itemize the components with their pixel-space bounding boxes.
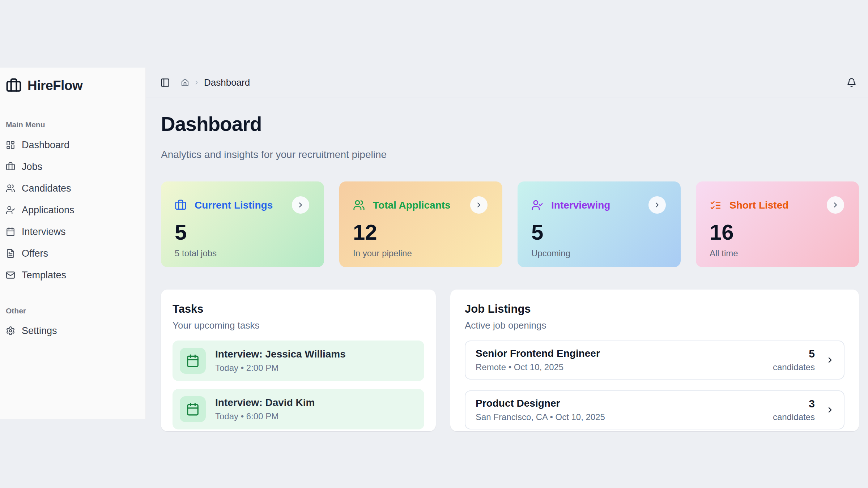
stat-caption: 5 total jobs: [175, 248, 311, 258]
briefcase-icon: [175, 199, 187, 211]
tasks-subtitle: Your upcoming tasks: [173, 320, 424, 331]
chevron-right-icon: [475, 201, 483, 209]
task-item[interactable]: Interview: David Kim Today • 6:00 PM: [173, 389, 424, 429]
sidebar-item-dashboard[interactable]: Dashboard: [5, 134, 140, 156]
app-name: HireFlow: [27, 78, 82, 93]
stat-card-short-listed[interactable]: Short Listed 16 All time: [696, 181, 859, 267]
users-icon: [6, 184, 15, 193]
stat-chevron-button[interactable]: [827, 196, 844, 214]
chevron-right-icon: [826, 406, 834, 414]
stat-card-interviewing[interactable]: Interviewing 5 Upcoming: [518, 181, 681, 267]
stat-card-current-listings[interactable]: Current Listings 5 5 total jobs: [161, 181, 324, 267]
tasks-title: Tasks: [173, 303, 424, 316]
stat-label: Total Applicants: [373, 200, 451, 211]
job-candidate-count-label: candidates: [773, 412, 815, 422]
calendar-icon: [186, 402, 200, 416]
sidebar: HireFlow Main Menu Dashboard Jobs Candid…: [0, 68, 146, 419]
sidebar-item-label: Offers: [22, 248, 48, 259]
sidebar-item-interviews[interactable]: Interviews: [5, 221, 140, 243]
page-title: Dashboard: [161, 112, 859, 136]
job-listings-title: Job Listings: [465, 303, 844, 316]
bottom-row: Tasks Your upcoming tasks Interview: Jes…: [161, 290, 859, 431]
stat-card-total-applicants[interactable]: Total Applicants 12 In your pipeline: [339, 181, 502, 267]
page-subtitle: Analytics and insights for your recruitm…: [161, 149, 859, 160]
list-checks-icon: [710, 199, 722, 211]
job-listings-card: Job Listings Active job openings Senior …: [450, 290, 859, 431]
task-title: Interview: David Kim: [215, 397, 315, 408]
sidebar-item-templates[interactable]: Templates: [5, 264, 140, 286]
calendar-icon: [186, 354, 200, 368]
mail-icon: [6, 270, 15, 280]
app-logo[interactable]: HireFlow: [5, 77, 140, 94]
gear-icon: [6, 326, 15, 335]
sidebar-item-label: Settings: [22, 325, 57, 337]
sidebar-item-label: Jobs: [22, 161, 42, 172]
task-time: Today • 6:00 PM: [215, 411, 315, 421]
sidebar-item-label: Candidates: [22, 183, 71, 194]
briefcase-icon: [6, 162, 15, 171]
chevron-right-icon: [826, 356, 834, 364]
briefcase-logo-icon: [6, 78, 22, 94]
sidebar-item-label: Dashboard: [22, 140, 69, 151]
task-item[interactable]: Interview: Jessica Williams Today • 2:00…: [173, 341, 424, 381]
sidebar-item-label: Applications: [22, 205, 75, 216]
sidebar-item-candidates[interactable]: Candidates: [5, 177, 140, 199]
user-check-icon: [6, 205, 15, 215]
sidebar-toggle-button[interactable]: [160, 78, 170, 87]
sidebar-item-offers[interactable]: Offers: [5, 243, 140, 264]
chevron-right-icon: [297, 201, 305, 209]
stat-chevron-button[interactable]: [292, 196, 309, 214]
breadcrumb-home-button[interactable]: [181, 78, 189, 87]
stat-caption: In your pipeline: [353, 248, 489, 258]
file-text-icon: [6, 249, 15, 258]
stat-caption: All time: [710, 248, 846, 258]
sidebar-section-label-main-menu: Main Menu: [6, 120, 140, 129]
sidebar-item-jobs[interactable]: Jobs: [5, 156, 140, 177]
breadcrumb-current: Dashboard: [204, 77, 250, 88]
job-title: Senior Frontend Engineer: [476, 348, 773, 359]
chevron-right-icon: [193, 80, 200, 86]
stat-value: 5: [531, 220, 668, 245]
main-content: Dashboard Analytics and insights for you…: [161, 98, 859, 431]
job-row[interactable]: Product Designer San Francisco, CA • Oct…: [465, 390, 844, 429]
tasks-card: Tasks Your upcoming tasks Interview: Jes…: [161, 290, 436, 431]
task-icon-chip: [180, 348, 206, 374]
panel-left-icon: [160, 78, 170, 87]
chevron-right-icon: [653, 201, 661, 209]
user-check-icon: [531, 199, 543, 211]
home-icon: [181, 78, 189, 87]
task-icon-chip: [180, 396, 206, 422]
layout-dashboard-icon: [6, 140, 15, 150]
stat-value: 16: [710, 220, 846, 245]
stat-chevron-button[interactable]: [648, 196, 666, 214]
job-title: Product Designer: [476, 398, 773, 409]
sidebar-item-label: Templates: [22, 270, 66, 281]
users-icon: [353, 199, 365, 211]
stat-label: Short Listed: [729, 200, 788, 211]
stat-value: 12: [353, 220, 489, 245]
bell-icon: [847, 78, 856, 87]
job-listings-subtitle: Active job openings: [465, 320, 844, 331]
job-candidate-count: 5: [773, 348, 815, 360]
sidebar-item-label: Interviews: [22, 226, 66, 237]
job-candidate-count: 3: [773, 398, 815, 410]
stat-label: Current Listings: [195, 200, 273, 211]
stats-row: Current Listings 5 5 total jobs Total Ap…: [161, 181, 859, 267]
calendar-icon: [6, 227, 15, 236]
notifications-button[interactable]: [847, 78, 856, 87]
stat-value: 5: [175, 220, 311, 245]
stat-caption: Upcoming: [531, 248, 668, 258]
job-candidate-count-label: candidates: [773, 362, 815, 372]
job-row[interactable]: Senior Frontend Engineer Remote • Oct 10…: [465, 341, 844, 380]
task-time: Today • 2:00 PM: [215, 363, 346, 373]
sidebar-item-applications[interactable]: Applications: [5, 199, 140, 221]
task-title: Interview: Jessica Williams: [215, 348, 346, 360]
job-meta: San Francisco, CA • Oct 10, 2025: [476, 412, 773, 422]
sidebar-section-label-other: Other: [6, 307, 140, 315]
sidebar-item-settings[interactable]: Settings: [5, 320, 140, 342]
stat-chevron-button[interactable]: [470, 196, 488, 214]
job-meta: Remote • Oct 10, 2025: [476, 362, 773, 372]
stat-label: Interviewing: [551, 200, 610, 211]
topbar: Dashboard: [146, 68, 868, 98]
chevron-right-icon: [831, 201, 839, 209]
